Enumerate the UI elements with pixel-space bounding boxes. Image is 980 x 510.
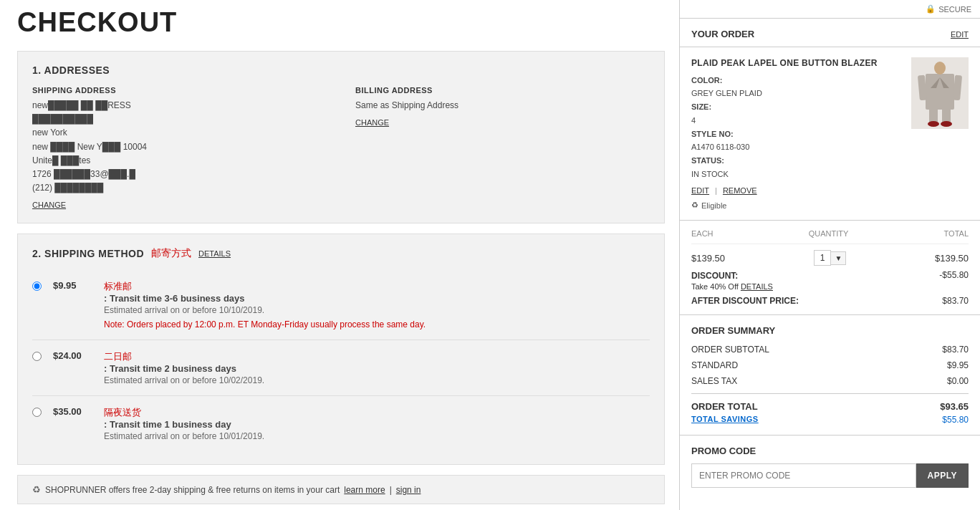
billing-change-link[interactable]: CHANGE [355, 118, 389, 127]
product-edit-link[interactable]: EDIT [691, 186, 709, 195]
overnight-details: 隔夜送货 : Transit time 1 business day Estim… [104, 406, 650, 441]
subtotal-value: $83.70 [942, 345, 969, 355]
product-links: EDIT | REMOVE [691, 186, 903, 195]
product-remove-link[interactable]: REMOVE [723, 186, 757, 195]
addresses-section: 1. ADDRESSES SHIPPING ADDRESS new█████ █… [17, 51, 665, 223]
your-order-title: YOUR ORDER [691, 29, 754, 39]
shipping-cn-label: 邮寄方式 [151, 247, 191, 260]
standard-price: $9.95 [53, 280, 92, 291]
secure-bar: 🔒 SECURE [680, 0, 980, 19]
secure-label: SECURE [938, 5, 971, 14]
product-color: COLOR: GREY GLEN PLAID [691, 74, 903, 100]
secondday-cn: 二日邮 [104, 351, 132, 362]
svg-rect-8 [918, 74, 927, 100]
addresses-title: 1. ADDRESSES [32, 64, 650, 76]
shoprunner-learn-more[interactable]: learn more [344, 485, 385, 495]
shipping-header: 2. SHIPPING METHOD 邮寄方式 DETAILS [32, 247, 650, 260]
shoprunner-separator: | [390, 485, 392, 495]
pricing-header: EACH QUANTITY TOTAL [691, 229, 969, 244]
secondday-name: : Transit time 2 business days [104, 363, 650, 374]
quantity-label: QUANTITY [809, 229, 849, 238]
shipping-options: $9.95 标准邮 : Transit time 3-6 business da… [32, 270, 650, 451]
eligible-badge: ♻ Eligible [691, 201, 903, 210]
standard-note: Note: Orders placed by 12:00 p.m. ET Mon… [104, 319, 650, 329]
shipping-address-label: SHIPPING ADDRESS [32, 86, 327, 95]
after-discount-label: AFTER DISCOUNT PRICE: [691, 296, 799, 306]
quantity-arrow[interactable]: ▼ [831, 251, 846, 265]
shipping-radio-secondday[interactable] [32, 352, 42, 361]
standard-details: 标准邮 : Transit time 3-6 business days Est… [104, 280, 650, 329]
discount-amount: -$55.80 [939, 270, 969, 280]
product-size: SIZE: 4 [691, 100, 903, 127]
shipping-radio-overnight[interactable] [32, 408, 42, 417]
order-summary-section: ORDER SUMMARY ORDER SUBTOTAL $83.70 STAN… [680, 315, 980, 436]
tax-value: $0.00 [947, 376, 969, 386]
total-savings-row: TOTAL SAVINGS $55.80 [691, 415, 969, 425]
shipping-change-link[interactable]: CHANGE [32, 201, 66, 209]
product-style: STYLE NO: A1470 6118-030 [691, 128, 903, 154]
eligible-text: Eligible [701, 201, 726, 210]
billing-same-as: Same as Shipping Address [355, 99, 650, 112]
addresses-grid: SHIPPING ADDRESS new█████ ██ ██RESS ████… [32, 86, 650, 210]
shipping-method-title: 2. SHIPPING METHOD [32, 248, 144, 259]
billing-address-col: BILLING ADDRESS Same as Shipping Address… [355, 86, 650, 210]
ship-line1: new█████ ██ ██RESS [32, 100, 131, 110]
shipping-details-link[interactable]: DETAILS [198, 249, 231, 258]
shipping-option-overnight: $35.00 隔夜送货 : Transit time 1 business da… [32, 395, 650, 451]
shoprunner-sign-in[interactable]: sign in [396, 485, 421, 495]
summary-divider [691, 393, 969, 394]
standard-name: : Transit time 3-6 business days [104, 293, 650, 304]
overnight-name: : Transit time 1 business day [104, 419, 650, 430]
billing-address-label: BILLING ADDRESS [355, 86, 650, 95]
secondday-eta: Estimated arrival on or before 10/02/201… [104, 375, 650, 385]
each-label: EACH [691, 229, 714, 238]
overnight-cn: 隔夜送货 [104, 407, 141, 418]
eligible-icon: ♻ [691, 201, 698, 210]
svg-point-7 [941, 121, 952, 127]
discount-detail: Take 40% Off DETAILS [691, 282, 773, 291]
shipping-option-secondday: $24.00 二日邮 : Transit time 2 business day… [32, 340, 650, 395]
order-edit-link[interactable]: EDIT [951, 30, 969, 39]
ship-line4: new ████ New Y███ 10004 [32, 142, 147, 152]
page-title: CHECKOUT [17, 7, 665, 38]
ship-line6: 1726 ██████33@███.█ [32, 169, 135, 179]
product-info: PLAID PEAK LAPEL ONE BUTTON BLAZER COLOR… [691, 57, 903, 210]
quantity-value: 1 [814, 250, 832, 266]
order-total-label: ORDER TOTAL [691, 401, 758, 412]
svg-rect-9 [953, 74, 962, 100]
ship-line2: ██████████ [32, 114, 93, 124]
shoprunner-icon: ♻ [32, 484, 41, 495]
promo-input-row: APPLY [691, 463, 969, 488]
order-header: YOUR ORDER EDIT [680, 19, 980, 47]
shipping-option-standard: $9.95 标准邮 : Transit time 3-6 business da… [32, 270, 650, 340]
shoprunner-text: SHOPRUNNER offers free 2-day shipping & … [45, 485, 340, 495]
product-image [915, 59, 965, 128]
svg-point-1 [934, 62, 946, 74]
secondday-details: 二日邮 : Transit time 2 business days Estim… [104, 350, 650, 385]
discount-details-link[interactable]: DETAILS [741, 282, 773, 291]
order-total-value: $93.65 [940, 401, 969, 412]
after-discount-price: $83.70 [942, 296, 969, 306]
after-discount-row: AFTER DISCOUNT PRICE: $83.70 [691, 296, 969, 306]
product-name: PLAID PEAK LAPEL ONE BUTTON BLAZER [691, 57, 903, 69]
order-summary-title: ORDER SUMMARY [691, 325, 969, 336]
subtotal-label: ORDER SUBTOTAL [691, 345, 769, 355]
discount-label: DISCOUNT: [691, 271, 738, 281]
quantity-selector[interactable]: 1 ▼ [814, 250, 847, 266]
total-header-label: TOTAL [944, 229, 969, 238]
lock-icon: 🔒 [926, 4, 936, 14]
link-separator: | [715, 186, 717, 195]
promo-title: PROMO CODE [691, 446, 969, 456]
ship-line3: new York [32, 128, 67, 138]
shipping-address-text: new█████ ██ ██RESS ██████████ new York n… [32, 99, 327, 195]
order-total-row: ORDER TOTAL $93.65 [691, 401, 969, 412]
secondday-price: $24.00 [53, 350, 92, 361]
product-status: STATUS: IN STOCK [691, 154, 903, 181]
shoprunner-bar: ♻ SHOPRUNNER offers free 2-day shipping … [17, 475, 665, 504]
tax-label: SALES TAX [691, 376, 737, 386]
promo-apply-button[interactable]: APPLY [916, 463, 969, 488]
total-savings-label[interactable]: TOTAL SAVINGS [691, 415, 759, 425]
shipping-radio-standard[interactable] [32, 282, 42, 291]
shipping-address-col: SHIPPING ADDRESS new█████ ██ ██RESS ████… [32, 86, 327, 210]
promo-input[interactable] [691, 463, 916, 488]
